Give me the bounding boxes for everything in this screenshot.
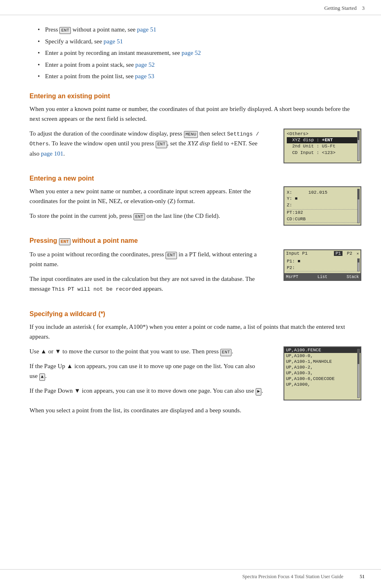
wc-line-6: UP,A100-6,CODECODE [284,376,361,382]
para-pressing-ent-2: The input coordinates are used in the ca… [29,274,265,294]
entering-existing-twocol: To adjust the duration of the coordinate… [29,129,361,164]
page-content: Press ENT without a point name, see page… [0,15,381,445]
screen-wildcard: UP,A100.FENCE UP,A100-0, UP,A100-1,MANHO… [283,346,361,400]
softkey-list: List [318,275,327,279]
bullet-item-5: Enter a point from the point list, see p… [38,72,361,81]
screen3-top-bar: Input P1 P1 P2 ✕ [283,249,361,257]
wc-line-7: UP,A1000, [284,382,361,387]
entering-new-twocol: When you enter a new point name or numbe… [29,186,361,226]
pressing-ent-twocol: To use a point without recording the coo… [29,249,361,299]
scroll-bar-3 [357,258,360,271]
heading-entering-existing: Entering an existing point [29,93,361,100]
header-section-title: Getting Started 3 [324,5,365,11]
heading-wildcard: Specifying a wildcard (*) [29,310,361,318]
screen-others: <Others> XYZ disp : +ENT 2nd Unit : US-F… [283,129,361,164]
heading-entering-new: Entering a new point [29,175,361,182]
para-entering-existing-2: To adjust the duration of the coordinate… [29,129,265,159]
wildcard-twocol: Use ▲ or ▼ to move the cursor to the poi… [29,346,361,400]
menu-key: MENU [184,131,198,138]
section-pressing-ent: Pressing ENT without a point name To use… [29,237,361,299]
screen3-bottom-bar: MsrPT List Stack [283,274,361,281]
ent-key-2: ENT [156,141,167,148]
input-p1-label: Input P1 [286,251,308,256]
page-header: Getting Started 3 [0,0,381,15]
bullet-item-1: Press ENT without a point name, see page… [38,25,361,34]
ent-key-4: ENT [166,252,177,259]
wildcard-text: Use ▲ or ▼ to move the cursor to the poi… [29,346,265,400]
settings-code: Settings /Others [29,131,259,147]
tab-p2: P2 [345,251,354,256]
p1-p2-tabs: P1 P2 ✕ [334,251,359,256]
heading-pressing-ent: Pressing ENT without a point name [29,237,361,245]
tab-p1: P1 [334,251,342,256]
screen4-wrapper: UP,A100.FENCE UP,A100-0, UP,A100-1,MANHO… [279,346,361,400]
xyz-disp-italic: XYZ disp [188,140,210,147]
link-page53[interactable]: page 53 [135,73,154,79]
para-wildcard-4: If the Page Down ▼ icon appears, you can… [29,386,265,396]
footer-brand-text: Spectra Precision Focus 4 Total Station … [242,574,343,580]
para-wildcard-1: If you include an asterisk ( for example… [29,322,361,341]
ent-key-5: ENT [220,349,232,356]
ent-key-heading: ENT [59,238,70,245]
para-wildcard-5: When you select a point from the list, i… [29,405,361,415]
wc-line-3: UP,A100-1,MANHOLE [284,359,361,364]
page-down-key: ► [256,388,262,395]
softkey-stack: Stack [347,275,359,279]
softkey-msrpt: MsrPT [286,275,298,279]
screen-new-point: X: 102.015 Y: ■ Z: PT:102 CD:CURB [283,186,361,226]
screen3-wrapper: Input P1 P1 P2 ✕ P1: ■ P2: M [279,249,361,299]
screen1-wrapper: <Others> XYZ disp : +ENT 2nd Unit : US-F… [279,129,361,164]
scroll-bar-1 [357,131,360,161]
entering-existing-text: To adjust the duration of the coordinate… [29,129,265,164]
screen-input-p1: P1: ■ P2: [283,257,361,274]
entering-new-text: When you enter a new point name or numbe… [29,186,265,226]
page-footer: Spectra Precision Focus 4 Total Station … [0,569,381,580]
wc-line-4: UP,A100-2, [284,364,361,370]
para-entering-new-1: When you enter a new point name or numbe… [29,186,265,206]
section-entering-new: Entering a new point When you enter a ne… [29,175,361,226]
screen-input-p1-container: Input P1 P1 P2 ✕ P1: ■ P2: M [283,249,361,299]
screen2-wrapper: X: 102.015 Y: ■ Z: PT:102 CD:CURB [279,186,361,226]
pressing-ent-text: To use a point without recording the coo… [29,249,265,299]
wc-line-1: UP,A100.FENCE [284,347,361,353]
link-page51-2[interactable]: page 51 [104,38,123,45]
para-entering-existing-1: When you enter a known point name or num… [29,104,361,124]
link-page51-1[interactable]: page 51 [137,26,156,33]
scroll-bar-4 [357,349,360,398]
para-entering-new-2: To store the point in the current job, p… [29,211,265,221]
link-page101[interactable]: page 101 [41,150,64,157]
section-wildcard: Specifying a wildcard (*) If you include… [29,310,361,415]
link-page52-2[interactable]: page 52 [135,61,154,68]
wc-line-2: UP,A100-0, [284,353,361,359]
intro-bullet-list: Press ENT without a point name, see page… [29,25,361,81]
scroll-bar-2 [357,189,360,223]
wc-line-5: UP,A100-3, [284,370,361,376]
para-pressing-ent-1: To use a point without recording the coo… [29,249,265,269]
section-entering-existing: Entering an existing point When you ente… [29,93,361,164]
bullet-item-2: Specify a wildcard, see page 51 [38,37,361,46]
para-wildcard-3: If the Page Up ▲ icon appears, you can u… [29,361,265,381]
ent-key-1: ENT [59,27,71,34]
bullet-item-3: Enter a point by recording an instant me… [38,48,361,58]
bullet-item-4: Enter a point from a point stack, see pa… [38,60,361,70]
link-page52-1[interactable]: page 52 [181,50,201,56]
ent-key-3: ENT [134,213,145,220]
footer-page-number: 51 [360,574,365,580]
page-up-key: ▲ [39,373,45,380]
cross-icon: ✕ [357,252,359,256]
this-pt-code: This PT will not be recorded [52,286,141,292]
para-wildcard-2: Use ▲ or ▼ to move the cursor to the poi… [29,346,265,356]
